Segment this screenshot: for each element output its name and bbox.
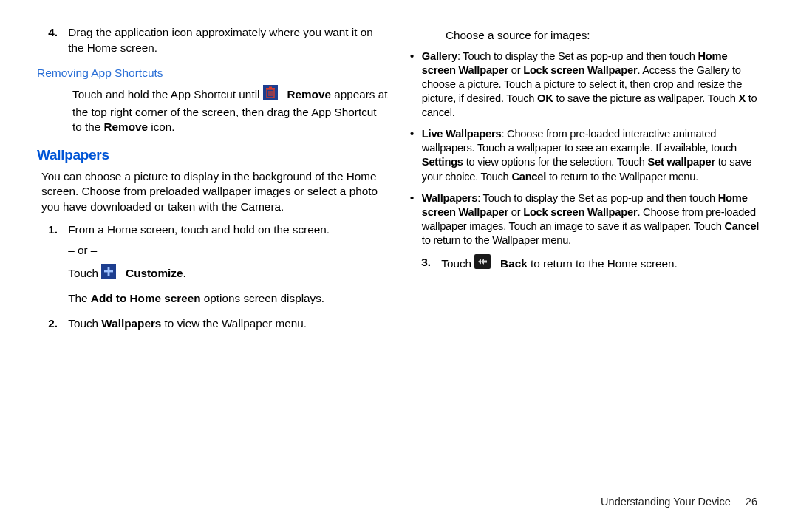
wallpapers-label: Wallpapers xyxy=(101,317,161,330)
step-1: 1. From a Home screen, touch and hold on… xyxy=(37,222,388,307)
page-number: 26 xyxy=(746,496,757,508)
remove-label: Remove xyxy=(281,88,331,100)
gallery-label: Gallery xyxy=(422,50,457,62)
step-4: 4. Drag the application icon approximate… xyxy=(37,25,388,55)
text: to return to the Wallpaper menu. xyxy=(422,234,571,246)
remove-label-2: Remove xyxy=(104,120,149,133)
step-text: Drag the application icon approximately … xyxy=(68,25,386,55)
svg-rect-9 xyxy=(104,270,113,273)
bullet-gallery: • Gallery: Touch to display the Set as p… xyxy=(410,50,761,120)
bullet-wallpapers: • Wallpapers: Touch to display the Set a… xyxy=(410,191,761,248)
text: Touch xyxy=(441,257,474,270)
step-number: 1. xyxy=(37,222,65,238)
plus-icon xyxy=(101,264,116,283)
text: Touch xyxy=(68,317,101,330)
text: Touch xyxy=(68,267,101,279)
ok-label: OK xyxy=(537,92,553,104)
removing-paragraph: Touch and hold the App Shortcut until Re… xyxy=(72,86,388,135)
text: to view the Wallpaper menu. xyxy=(161,317,307,330)
trash-icon xyxy=(263,85,278,104)
bullet-marker: • xyxy=(410,50,419,64)
text: to return to the Wallpaper menu. xyxy=(546,171,698,183)
text: options screen displays. xyxy=(201,292,325,304)
page-footer: Understanding Your Device 26 xyxy=(0,495,798,510)
heading-wallpapers: Wallpapers xyxy=(37,146,388,165)
bullet-marker: • xyxy=(410,127,419,141)
text: to return to the Home screen. xyxy=(528,257,678,270)
set-wallpaper-label: Set wallpaper xyxy=(647,156,715,168)
live-wallpapers-label: Live Wallpapers xyxy=(422,128,502,140)
wallpapers-label: Wallpapers xyxy=(422,192,477,204)
bullet-body: Wallpapers: Touch to display the Set as … xyxy=(422,191,761,248)
back-icon xyxy=(474,254,491,273)
section-name: Understanding Your Device xyxy=(601,496,731,508)
text: or xyxy=(508,64,523,76)
bullet-marker: • xyxy=(410,191,419,205)
wallpapers-intro: You can choose a picture to display in t… xyxy=(41,169,388,215)
text: The xyxy=(68,292,91,304)
settings-label: Settings xyxy=(422,156,463,168)
step-number: 2. xyxy=(37,316,65,332)
bullet-body: Live Wallpapers: Choose from pre-loaded … xyxy=(422,127,761,183)
text: to save the picture as wallpaper. Touch xyxy=(553,92,739,104)
text: Touch and hold the App Shortcut until xyxy=(72,88,263,100)
step-3: 3. Touch Back to return to the Home scre… xyxy=(410,255,761,274)
text: icon. xyxy=(151,120,174,133)
lock-wallpaper-label: Lock screen Wallpaper xyxy=(523,206,637,218)
text: From a Home screen, touch and hold on th… xyxy=(68,223,330,236)
step-2: 2. Touch Wallpapers to view the Wallpape… xyxy=(37,316,388,332)
svg-rect-6 xyxy=(269,87,272,89)
text: . xyxy=(183,267,185,279)
text: : Touch to display the Set as pop-up and… xyxy=(477,192,718,204)
step-body: Touch Back to return to the Home screen. xyxy=(441,255,760,274)
text: : Touch to display the Set as pop-up and… xyxy=(457,50,698,62)
lock-wallpaper-label: Lock screen Wallpaper xyxy=(523,64,637,76)
x-label: X xyxy=(738,92,746,104)
cancel-label: Cancel xyxy=(724,220,759,232)
step-number: 4. xyxy=(37,25,65,41)
step-body: From a Home screen, touch and hold on th… xyxy=(68,222,386,307)
bullet-live-wallpapers: • Live Wallpapers: Choose from pre-loade… xyxy=(410,127,761,183)
back-label: Back xyxy=(494,257,528,270)
step-body: Touch Wallpapers to view the Wallpaper m… xyxy=(68,316,386,332)
svg-rect-5 xyxy=(266,88,275,89)
subheading-removing: Removing App Shortcuts xyxy=(37,66,388,81)
choose-source: Choose a source for images: xyxy=(446,28,761,44)
customize-label: Customize xyxy=(120,267,183,279)
page-body: 4. Drag the application icon approximate… xyxy=(0,0,798,495)
text: or xyxy=(508,206,523,218)
bullet-body: Gallery: Touch to display the Set as pop… xyxy=(422,50,761,120)
add-to-home-label: Add to Home screen xyxy=(91,292,201,304)
step-number: 3. xyxy=(410,255,438,270)
or-text: – or – xyxy=(68,244,97,256)
cancel-label: Cancel xyxy=(511,171,546,183)
text: to view options for the selection. Touch xyxy=(463,156,648,168)
